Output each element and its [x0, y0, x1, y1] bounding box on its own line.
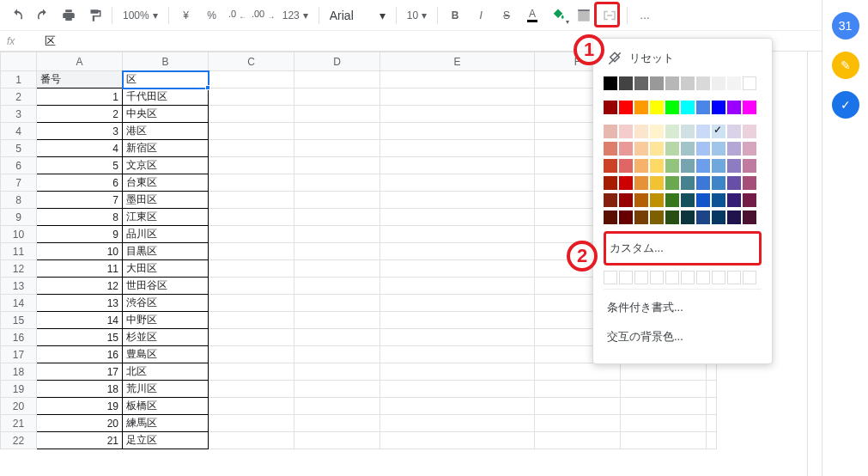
- cell-G22[interactable]: [621, 432, 707, 449]
- color-swatch[interactable]: [743, 176, 756, 190]
- color-swatch[interactable]: [681, 76, 695, 90]
- cell-F19[interactable]: [535, 381, 621, 398]
- cell-C15[interactable]: [209, 312, 294, 329]
- cell-C2[interactable]: [209, 88, 294, 106]
- cell-C10[interactable]: [209, 226, 294, 243]
- cell-D4[interactable]: [294, 123, 380, 140]
- cell-C20[interactable]: [209, 398, 294, 415]
- row-header-6[interactable]: 6: [1, 157, 37, 174]
- cell-D5[interactable]: [294, 140, 380, 157]
- cell-C21[interactable]: [209, 415, 294, 432]
- cell-D20[interactable]: [294, 398, 380, 415]
- recent-swatch[interactable]: [604, 271, 617, 284]
- number-format-select[interactable]: 123▾: [277, 3, 313, 27]
- fill-color-button[interactable]: ▾: [546, 3, 570, 27]
- cell-A11[interactable]: 10: [37, 243, 123, 260]
- cell-A4[interactable]: 3: [37, 123, 123, 140]
- color-swatch[interactable]: [650, 176, 664, 190]
- cell-A5[interactable]: 4: [37, 140, 123, 157]
- bold-button[interactable]: B: [443, 3, 467, 27]
- strike-button[interactable]: S: [495, 3, 519, 27]
- cell-D3[interactable]: [294, 106, 380, 123]
- cell-B1[interactable]: 区: [123, 71, 209, 88]
- undo-button[interactable]: [5, 3, 29, 27]
- color-swatch[interactable]: [681, 176, 695, 190]
- tasks-sideicon[interactable]: ✓: [832, 91, 859, 119]
- color-swatch[interactable]: [619, 193, 633, 207]
- cell-F20[interactable]: [535, 398, 621, 415]
- color-swatch[interactable]: [712, 101, 725, 114]
- row-header-4[interactable]: 4: [1, 123, 37, 140]
- cell-A9[interactable]: 8: [37, 209, 123, 226]
- color-swatch[interactable]: [665, 211, 679, 224]
- color-swatch[interactable]: [743, 125, 756, 138]
- cell-E4[interactable]: [380, 123, 535, 140]
- cell-E13[interactable]: [380, 278, 535, 295]
- cell-D19[interactable]: [294, 381, 380, 398]
- cell-G18[interactable]: [621, 363, 707, 381]
- color-swatch[interactable]: [604, 176, 617, 190]
- color-swatch[interactable]: [665, 76, 679, 90]
- color-swatch[interactable]: [743, 76, 756, 90]
- color-swatch[interactable]: [681, 159, 695, 173]
- cell-H19[interactable]: [707, 381, 717, 398]
- cell-A8[interactable]: 7: [37, 192, 123, 209]
- color-swatch[interactable]: [604, 101, 617, 114]
- color-swatch[interactable]: [604, 142, 617, 156]
- cell-A3[interactable]: 2: [37, 106, 123, 123]
- color-swatch[interactable]: [712, 211, 725, 224]
- color-swatch[interactable]: [743, 142, 756, 156]
- color-swatch[interactable]: [696, 211, 710, 224]
- cell-E18[interactable]: [380, 363, 535, 381]
- row-header-22[interactable]: 22: [1, 432, 37, 449]
- color-swatch[interactable]: [681, 193, 695, 207]
- cell-A15[interactable]: 14: [37, 312, 123, 329]
- row-header-19[interactable]: 19: [1, 381, 37, 398]
- cell-A20[interactable]: 19: [37, 398, 123, 415]
- cell-B8[interactable]: 墨田区: [123, 192, 209, 209]
- cell-D10[interactable]: [294, 226, 380, 243]
- cell-H18[interactable]: [707, 363, 717, 381]
- color-swatch[interactable]: [619, 125, 633, 138]
- percent-button[interactable]: %: [200, 3, 224, 27]
- color-swatch[interactable]: [634, 211, 648, 224]
- color-swatch[interactable]: [712, 125, 725, 138]
- color-swatch[interactable]: [696, 193, 710, 207]
- recent-swatch[interactable]: [696, 271, 710, 284]
- conditional-format-item[interactable]: 条件付き書式...: [604, 293, 762, 322]
- color-swatch[interactable]: [665, 159, 679, 173]
- cell-A13[interactable]: 12: [37, 278, 123, 295]
- more-button[interactable]: …: [633, 3, 657, 27]
- color-swatch[interactable]: [650, 142, 664, 156]
- cell-D13[interactable]: [294, 278, 380, 295]
- color-swatch[interactable]: [650, 193, 664, 207]
- color-swatch[interactable]: [696, 125, 710, 138]
- color-swatch[interactable]: [650, 76, 664, 90]
- cell-D8[interactable]: [294, 192, 380, 209]
- borders-button[interactable]: [572, 3, 596, 27]
- cell-B21[interactable]: 練馬区: [123, 415, 209, 432]
- color-swatch[interactable]: [743, 211, 756, 224]
- color-swatch[interactable]: [634, 125, 648, 138]
- cell-C7[interactable]: [209, 174, 294, 192]
- print-button[interactable]: [57, 3, 81, 27]
- text-color-button[interactable]: A: [520, 3, 544, 27]
- color-swatch[interactable]: [743, 159, 756, 173]
- color-swatch[interactable]: [650, 211, 664, 224]
- color-swatch[interactable]: [634, 142, 648, 156]
- col-header-E[interactable]: E: [380, 52, 535, 71]
- color-swatch[interactable]: [727, 176, 741, 190]
- color-swatch[interactable]: [634, 176, 648, 190]
- cell-B9[interactable]: 江東区: [123, 209, 209, 226]
- row-header-5[interactable]: 5: [1, 140, 37, 157]
- color-swatch[interactable]: [727, 159, 741, 173]
- cell-E20[interactable]: [380, 398, 535, 415]
- color-swatch[interactable]: [727, 211, 741, 224]
- row-header-7[interactable]: 7: [1, 174, 37, 192]
- recent-swatch[interactable]: [650, 271, 664, 284]
- recent-swatch[interactable]: [712, 271, 725, 284]
- color-swatch[interactable]: [712, 76, 725, 90]
- cell-C13[interactable]: [209, 278, 294, 295]
- cell-H22[interactable]: [707, 432, 717, 449]
- cell-F22[interactable]: [535, 432, 621, 449]
